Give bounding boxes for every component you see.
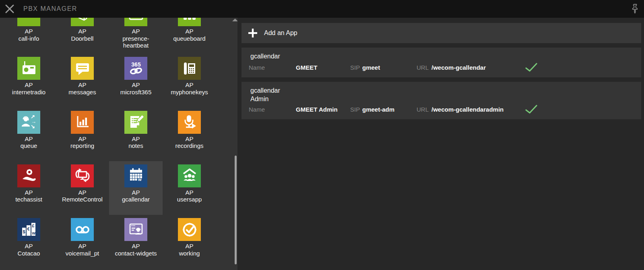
microsoft365-link-icon: 365 [128,60,144,77]
tile-label-line2: microsft365 [120,89,152,96]
scroll-up-arrow-icon[interactable] [232,19,237,21]
app-tile-queueboard[interactable]: AP queueboard [163,18,216,54]
app-card-title: gcallendar [250,52,280,60]
desk-phone-icon [182,60,198,77]
voicemail-icon [74,222,91,238]
app-tile-microsft365[interactable]: 365 AP microsft365 [109,54,163,107]
tile-label-line2: call-info [19,35,39,42]
svg-text:↘: ↘ [31,123,35,129]
tile-label-line2: recordings [175,142,203,150]
tile-label-line1: AP [68,81,96,89]
tile-label-line1: AP [21,135,37,143]
app-tile-notes[interactable]: AP notes [109,108,163,161]
app-tile-call-info[interactable]: AP call-info [2,18,56,54]
url-value: /wecom-gcallendaradmin [431,106,525,113]
tile-label-line1: AP [173,28,205,35]
app-tile-messages[interactable]: AP messages [56,54,109,107]
close-icon[interactable] [4,4,15,14]
app-tile-techassist[interactable]: AP techassist [2,161,56,215]
tile-label-line1: AP [15,189,42,196]
tile-label-line2: notes [128,142,143,150]
sip-label: SIP [350,106,362,113]
app-tile-queue[interactable]: ↗→↘ AP queue [2,108,56,161]
app-details-panel: Add an App gcallendar Name GMEET SIP gme… [237,18,644,270]
tile-label-line2: Doorbell [71,35,94,42]
users-home-icon [182,168,198,184]
presence-heartbeat-icon [128,18,144,23]
app-tile-usersapp[interactable]: AP usersapp [163,161,216,215]
tile-label-line1: AP [122,189,150,196]
microphone-play-icon [182,114,198,130]
tile-label-line2: reporting [70,142,94,150]
app-tile-voicemail-pt[interactable]: AP voicemail_pt [56,215,109,268]
name-value: GMEET [296,64,350,71]
vertical-scrollbar-thumb[interactable] [235,156,237,264]
tile-label-line2: voicemail_pt [66,250,99,257]
calendar-icon: w [128,168,144,184]
tile-label-line1: AP [18,243,40,250]
tile-label-line1: AP [175,135,203,143]
app-tile-presence-heartbeat[interactable]: AP presence-heartbeat [109,18,163,54]
gear-hand-icon [21,168,37,184]
app-tile-myphonekeys[interactable]: AP myphonekeys [163,54,216,107]
clock-check-icon [182,222,198,238]
svg-text:£: £ [32,223,34,228]
url-label: URL [417,64,431,71]
sip-value: gmeet [362,64,417,71]
tile-label-line2: usersapp [177,196,202,203]
svg-text:w: w [31,231,35,235]
chat-bubble-icon [74,60,91,77]
app-grid: AP call-info AP Doorbell AP [2,18,216,268]
tile-label-line2: techassist [15,196,42,203]
svg-text:w: w [138,177,142,182]
tile-label-line1: AP [70,135,94,143]
tile-label-line1: AP [120,81,152,89]
page-title: PBX MANAGER [23,5,77,12]
tile-label-line1: AP [177,189,202,196]
tile-label-line1: AP [171,81,208,89]
app-tile-recordings[interactable]: AP recordings [163,108,216,161]
add-an-app-label: Add an App [264,29,297,37]
pushpin-icon[interactable] [632,4,639,14]
bar-chart-icon [74,114,91,130]
call-info-icon [21,18,37,23]
plus-icon [248,29,257,37]
app-tile-doorbell[interactable]: AP Doorbell [56,18,109,54]
tile-label-line2: myphonekeys [171,89,208,96]
tile-label-line1: AP [66,243,99,250]
svg-text:$: $ [23,229,25,234]
app-tile-reporting[interactable]: AP reporting [56,108,109,161]
monitor-sync-icon [74,168,91,184]
sip-value: gmeet-adm [362,106,417,113]
app-card-gcallendar[interactable]: gcallendar Name GMEET SIP gmeet URL /wec… [242,48,641,77]
check-icon[interactable] [525,104,537,114]
radio-icon [21,60,37,77]
tile-label-line1: AP [179,243,200,250]
app-card-gcallendar-admin[interactable]: gcallendar Admin Name GMEET Admin SIP gm… [242,82,641,119]
svg-text:365: 365 [131,61,141,68]
name-label: Name [249,106,296,113]
tile-label-line1: AP [111,28,161,35]
tile-label-line2: internetradio [12,89,45,96]
sip-label: SIP [350,64,362,71]
door-icon [74,18,91,23]
app-tile-remotecontrol[interactable]: AP RemoteControl [56,161,109,215]
svg-text:€: € [27,226,29,231]
app-tile-cotacao[interactable]: $€£w AP Cotacao [2,215,56,268]
tile-label-line1: AP [12,81,45,89]
tile-label-line2: messages [68,89,96,96]
tile-label-line2: presence-heartbeat [111,35,161,49]
app-tile-working[interactable]: AP working [163,215,216,268]
tile-label-line2: contact-widgets [115,250,157,257]
titlebar: PBX MANAGER [0,0,644,18]
app-card-title: gcallendar Admin [250,86,295,103]
app-tile-internetradio[interactable]: AP internetradio [2,54,56,107]
currency-bars-icon: $€£w [21,222,37,238]
app-tile-gcallendar[interactable]: w AP gcallendar [109,161,163,215]
tile-label-line2: Cotacao [18,250,40,257]
check-icon[interactable] [525,62,537,72]
tile-label-line1: AP [19,28,39,35]
app-tile-contact-widgets[interactable]: AP contact-widgets [109,215,163,268]
tile-label-line2: RemoteControl [62,196,103,203]
add-an-app-button[interactable]: Add an App [242,23,641,43]
